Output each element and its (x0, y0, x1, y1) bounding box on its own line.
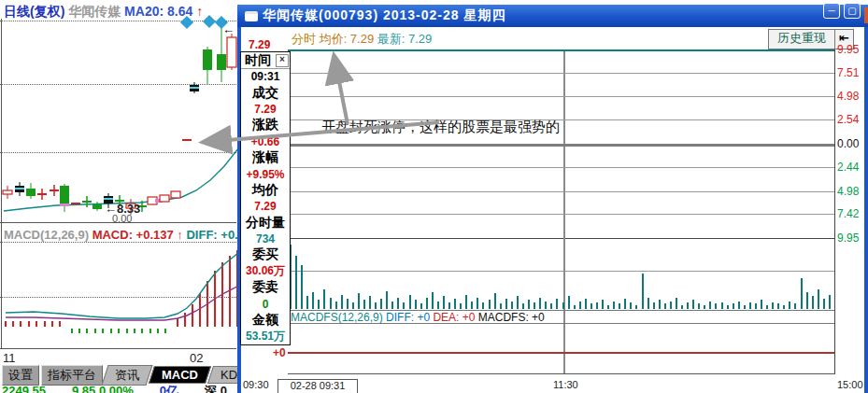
panel-field-label: 涨跌 (241, 117, 290, 133)
status-item: 9.85 0.00% (72, 384, 134, 393)
candle-green (92, 204, 102, 209)
left-main-window: 日线(复权) 华闻传媒 MA20: 8.64 ↑ ← ←8.33 0.00 MA… (0, 0, 241, 393)
volume-bar (624, 299, 626, 309)
volume-bar (777, 303, 779, 309)
volume-bar (761, 300, 762, 309)
volume-bar (766, 305, 768, 309)
midday-separator-line (563, 49, 565, 373)
status-item: 0亿 (160, 384, 178, 393)
panel-field-label: 成交 (241, 85, 290, 102)
macd-params-label: MACD(12,26,9) (4, 228, 89, 242)
volume-bar (505, 299, 507, 309)
panel-field-value: +9.95% (241, 166, 290, 182)
volume-bar (522, 303, 524, 309)
volume-bar (375, 302, 377, 309)
last-price-label: 最新: 7.29 (377, 32, 433, 46)
percent-axis-label: 7.51 (837, 66, 865, 79)
volume-bar (659, 300, 661, 309)
panel-field-label: 委买 (241, 246, 290, 263)
volume-bar (647, 298, 649, 309)
candle-green (217, 54, 226, 70)
volume-bar (358, 293, 360, 309)
avg-price-label: 均价: 7.29 (320, 32, 375, 46)
panel-field-label: 金额 (241, 312, 290, 329)
percent-axis-label: 2.54 (837, 113, 865, 126)
volume-bar (391, 302, 393, 309)
window-icon (245, 11, 258, 21)
volume-bar (664, 303, 666, 309)
close-icon[interactable]: × (276, 54, 289, 67)
macd-diff-line (6, 251, 240, 318)
volume-bar (545, 302, 547, 309)
diamond-signal-icon (180, 16, 193, 29)
time-data-panel[interactable]: 时间 × 09:31成交7.29涨跌+0.66涨幅+9.95%均价7.29分时量… (240, 51, 291, 345)
volume-bar (454, 299, 456, 309)
volume-bar (635, 305, 637, 309)
candle-red-hollow (227, 37, 236, 67)
volume-bar (437, 302, 439, 309)
percent-axis-label: 9.95 (837, 43, 865, 56)
volume-bar (318, 300, 320, 309)
candle-red-hollow (160, 195, 169, 202)
minimize-button[interactable]: ─ (823, 3, 840, 19)
volume-bar (312, 292, 314, 309)
panel-field-value: 7.29 (241, 199, 290, 215)
volume-bar (301, 265, 303, 309)
volume-bar (432, 292, 434, 309)
status-item: 深 0 (205, 384, 227, 393)
volume-bar (511, 302, 513, 309)
percent-axis-label: 7.42 (837, 207, 865, 220)
percent-axis-label: 2.44 (837, 161, 865, 174)
candle-green (203, 49, 212, 70)
volume-bar (403, 302, 405, 309)
macdfs-value-label: MACDFS: +0 (478, 311, 545, 324)
diamond-signal-icon (203, 15, 216, 28)
tab-MACD[interactable]: MACD (149, 366, 211, 384)
maximize-button[interactable]: ▢ (844, 3, 861, 19)
zero-gridline-label: 0.00 (112, 213, 132, 224)
volume-bar (465, 295, 467, 309)
volume-bar (585, 299, 587, 309)
volume-bar (420, 303, 422, 309)
status-bar: 2249.559.85 0.00%0亿深 0 (2, 383, 253, 393)
x-axis-label-11: 11 (3, 351, 16, 365)
data-panel-titlebar: 时间 × (241, 52, 290, 69)
volume-bar (698, 303, 700, 309)
volume-bar (295, 256, 297, 309)
popup-titlebar[interactable]: 华闻传媒(000793) 2013-02-28 星期四 (237, 5, 868, 27)
volume-bar (721, 302, 723, 309)
candle-red-hollow (171, 191, 180, 198)
percent-axis-label: 4.98 (837, 185, 865, 198)
marker-cyan (15, 188, 24, 189)
volume-bar (574, 305, 576, 309)
panel-field-label: 委卖 (241, 279, 290, 296)
volume-bar (568, 296, 570, 309)
volume-bar (727, 305, 729, 309)
volume-bar (347, 299, 349, 309)
close-button[interactable] (864, 7, 868, 23)
candle-green (26, 189, 36, 196)
panel-field-value: 7.29 (241, 102, 290, 118)
data-panel-rows: 09:31成交7.29涨跌+0.66涨幅+9.95%均价7.29分时量734委买… (241, 69, 290, 344)
volume-bar (550, 303, 552, 309)
volume-bar (812, 296, 814, 309)
volume-bar (794, 303, 796, 309)
popup-title: 华闻传媒(000793) 2013-02-28 星期四 (263, 7, 505, 24)
marker-cyan (104, 198, 113, 200)
panel-field-value: 0 (241, 296, 290, 312)
volume-bar (489, 300, 491, 309)
gridline (0, 242, 236, 243)
volume-bar (448, 302, 450, 309)
volume-bar (642, 274, 644, 309)
panel-field-value: 09:31 (241, 69, 290, 85)
time-label-open: 09:30 (243, 379, 269, 390)
data-panel-title: 时间 (245, 52, 271, 69)
volume-bar (534, 302, 535, 309)
volume-bar (704, 305, 705, 309)
history-replay-button[interactable]: 历史重现 (768, 29, 835, 49)
volume-bar (471, 302, 473, 309)
volume-bar (715, 303, 717, 309)
volume-bar (426, 298, 428, 309)
candle-green (60, 186, 69, 206)
volume-bar (539, 298, 541, 309)
